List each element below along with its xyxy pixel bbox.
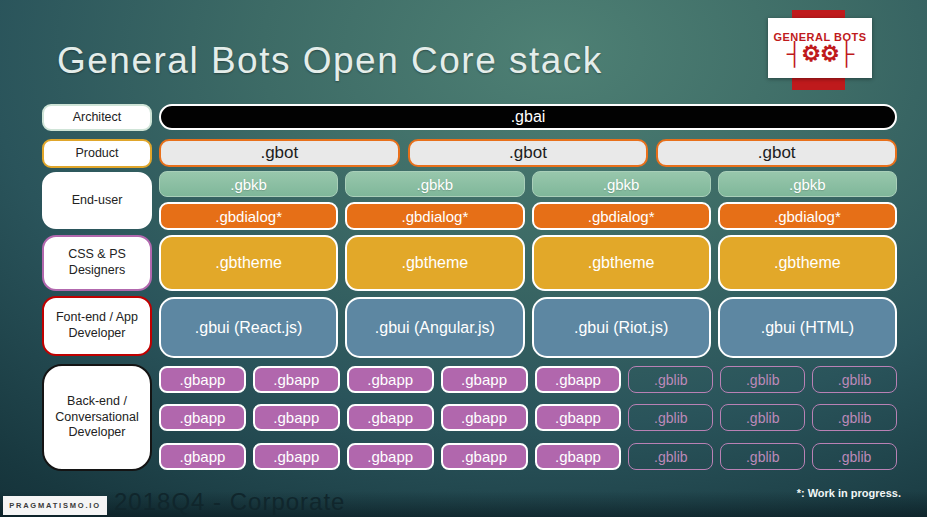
role-label-css-ps-designers: CSS & PS Designers [42,235,152,291]
role-label-text: End-user [72,193,123,209]
gbui-box: .gbui (Angular.js) [345,297,524,358]
gbapp-box: .gbapp [159,404,246,431]
slide: General Bots Open Core stack GENERAL BOT… [0,0,927,517]
gbui-box: .gbui (React.js) [159,297,338,358]
stack-row-gbapp-2: .gbapp.gbapp.gbapp.gbapp.gbapp.gblib.gbl… [159,404,897,431]
gbdialog-box: .gbdialog* [532,202,711,230]
work-in-progress-note: *: Work in progress. [797,487,901,499]
gblib-box: .gblib [812,366,897,393]
gbdialog-box: .gbdialog* [718,202,897,230]
gblib-box: .gblib [628,404,713,431]
stack-row-gbapp-3: .gbapp.gbapp.gbapp.gbapp.gbapp.gblib.gbl… [159,443,897,470]
gbtheme-box: .gbtheme [345,235,524,291]
gbapp-box: .gbapp [535,366,622,393]
gbkb-box: .gbkb [532,171,711,197]
stack-row-gbkb: .gbkb.gbkb.gbkb.gbkb [159,171,897,197]
page-title: General Bots Open Core stack [57,40,603,82]
gbtheme-box: .gbtheme [718,235,897,291]
gblib-box: .gblib [720,366,805,393]
gbapp-box: .gbapp [347,366,434,393]
gbapp-box: .gbapp [535,443,622,470]
gbapp-box: .gbapp [253,366,340,393]
role-label-front-end-app-developer: Font-end / App Developer [42,296,152,356]
gblib-box: .gblib [812,443,897,470]
gbapp-box: .gbapp [253,443,340,470]
pragmatismo-logo: PRAGMATISMO.IO [3,496,107,515]
role-label-text: Architect [73,110,122,126]
gbtheme-box: .gbtheme [159,235,338,291]
role-label-text: Product [75,146,118,162]
gblib-box: .gblib [628,366,713,393]
gbapp-box: .gbapp [441,443,528,470]
stack-row-gbtheme: .gbtheme.gbtheme.gbtheme.gbtheme [159,235,897,291]
role-label-end-user: End-user [42,172,152,229]
gbdialog-box: .gbdialog* [159,202,338,230]
role-label-back-end-conversational-developer: Back-end / Conversational Developer [42,364,152,471]
pragmatismo-logo-text: PRAGMATISMO.IO [9,501,101,510]
role-label-product: Product [42,139,152,168]
gbot-box: .gbot [656,139,897,167]
gblib-box: .gblib [720,404,805,431]
gbapp-box: .gbapp [441,404,528,431]
gbapp-box: .gbapp [159,443,246,470]
role-label-text: Back-end / Conversational Developer [50,394,144,441]
gbapp-box: .gbapp [441,366,528,393]
gbkb-box: .gbkb [159,171,338,197]
stack-row-gbai: .gbai [159,104,897,130]
stack-row-gbdialog: .gbdialog*.gbdialog*.gbdialog*.gbdialog* [159,202,897,230]
gbapp-box: .gbapp [535,404,622,431]
footer-caption: 2018Q4 - Corporate [114,488,345,516]
gbui-box: .gbui (HTML) [718,297,897,358]
gbkb-box: .gbkb [718,171,897,197]
gbai-box: .gbai [159,104,897,130]
role-label-text: CSS & PS Designers [50,247,144,278]
gbtheme-box: .gbtheme [532,235,711,291]
gbkb-box: .gbkb [345,171,524,197]
gbui-box: .gbui (Riot.js) [532,297,711,358]
gblib-box: .gblib [720,443,805,470]
stack-row-gbot: .gbot.gbot.gbot [159,139,897,167]
role-label-architect: Architect [42,104,152,131]
gbot-box: .gbot [159,139,400,167]
gblib-box: .gblib [628,443,713,470]
gbapp-box: .gbapp [347,404,434,431]
gbapp-box: .gbapp [159,366,246,393]
gbapp-box: .gbapp [253,404,340,431]
gbot-box: .gbot [408,139,649,167]
gears-icon: ┤⚙⚙├ [787,43,854,65]
stack-row-gbui: .gbui (React.js).gbui (Angular.js).gbui … [159,297,897,358]
gbapp-box: .gbapp [347,443,434,470]
gblib-box: .gblib [812,404,897,431]
role-label-text: Font-end / App Developer [50,310,144,341]
gbdialog-box: .gbdialog* [345,202,524,230]
general-bots-logo: GENERAL BOTS ┤⚙⚙├ [768,18,872,78]
stack-row-gbapp-1: .gbapp.gbapp.gbapp.gbapp.gbapp.gblib.gbl… [159,366,897,393]
